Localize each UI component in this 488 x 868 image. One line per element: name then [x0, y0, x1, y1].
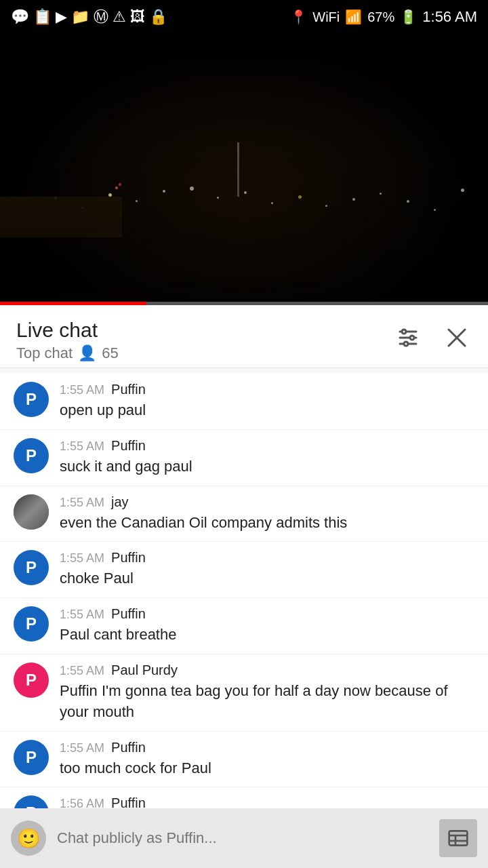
chat-message-4: P1:55 AMPuffinchoke Paul: [0, 542, 488, 598]
msg-time: 1:55 AM: [60, 741, 104, 755]
chat-message-1: P1:55 AMPuffinopen up paul: [0, 374, 488, 430]
chat-messages: P1:55 AMPuffinopen up paulP1:55 AMPuffin…: [0, 368, 488, 849]
chat-header: Live chat Top chat 👤 65: [0, 305, 488, 368]
msg-username: Puffin: [111, 606, 146, 622]
msg-time: 1:55 AM: [60, 439, 104, 454]
status-time: 1:56 AM: [422, 8, 477, 26]
viewer-count: 65: [102, 344, 118, 362]
msg-username: jay: [111, 494, 129, 510]
viewer-icon: 👤: [78, 344, 96, 362]
chat-input[interactable]: [57, 829, 428, 847]
video-progress-fill: [0, 302, 146, 305]
status-icons-right: 📍 WiFi 📶 67% 🔋 1:56 AM: [290, 8, 477, 26]
emoji-button[interactable]: 🙂: [11, 821, 46, 856]
live-chat-container: Live chat Top chat 👤 65: [0, 305, 488, 868]
msg-time: 1:55 AM: [60, 383, 104, 397]
live-chat-title: Live chat: [16, 319, 119, 342]
video-nightscape: [0, 34, 488, 305]
avatar: P: [14, 663, 49, 698]
emoji-icon: 🙂: [17, 827, 41, 850]
msg-text: choke Paul: [60, 568, 474, 589]
folder-icon: 📁: [71, 8, 89, 26]
msg-username: Puffin: [111, 550, 146, 566]
filter-button[interactable]: [393, 323, 423, 353]
msg-text: suck it and gag paul: [60, 456, 474, 477]
avatar: P: [14, 550, 49, 585]
msg-text: too much cock for Paul: [60, 758, 474, 779]
chat-message-2: P1:55 AMPuffinsuck it and gag paul: [0, 430, 488, 486]
chat-input-bar: 🙂: [0, 808, 488, 868]
msg-text: Paul cant breathe: [60, 625, 474, 646]
svg-point-5: [404, 342, 408, 346]
wifi-icon: WiFi: [312, 9, 340, 25]
msg-text: even the Canadian Oil company admits thi…: [60, 513, 474, 534]
chat-message-5: P1:55 AMPuffinPaul cant breathe: [0, 598, 488, 654]
avatar: [14, 494, 49, 530]
chat-message-6: P1:55 AMPaul PurdyPuffin I'm gonna tea b…: [0, 654, 488, 732]
msg-text: open up paul: [60, 400, 474, 421]
lock-icon: 🔒: [149, 8, 167, 26]
chat-icon: 📋: [33, 8, 52, 26]
location-icon: 📍: [290, 9, 307, 25]
svg-rect-8: [449, 831, 468, 845]
chat-header-sub[interactable]: Top chat 👤 65: [16, 344, 119, 362]
chat-header-right: [393, 319, 472, 353]
youtube-icon: ▶: [56, 8, 67, 26]
msg-username: Puffin: [111, 382, 146, 397]
msg-time: 1:55 AM: [60, 608, 104, 622]
svg-point-4: [410, 336, 414, 340]
battery-icon: 🔋: [400, 9, 417, 25]
warning-icon: ⚠: [113, 8, 126, 26]
close-button[interactable]: [442, 323, 472, 353]
message-icon: 💬: [11, 8, 29, 26]
battery-text: 67%: [367, 9, 394, 25]
chat-message-7: P1:55 AMPuffintoo much cock for Paul: [0, 732, 488, 788]
avatar: P: [14, 740, 49, 775]
msg-username: Paul Purdy: [111, 663, 178, 678]
chat-message-3: 1:55 AMjayeven the Canadian Oil company …: [0, 486, 488, 542]
msg-text: Puffin I'm gonna tea bag you for half a …: [60, 681, 474, 723]
avatar: P: [14, 606, 49, 642]
video-progress-bar[interactable]: [0, 302, 488, 305]
top-chat-label: Top chat: [16, 344, 73, 362]
msg-time: 1:55 AM: [60, 496, 104, 510]
image-icon: 🖼: [130, 8, 145, 26]
status-icons-left: 💬 📋 ▶ 📁 Ⓜ ⚠ 🖼 🔒: [11, 7, 167, 27]
msg-username: Puffin: [111, 438, 146, 454]
msg-username: Puffin: [111, 740, 146, 755]
superchat-button[interactable]: [439, 819, 477, 857]
svg-point-3: [402, 330, 406, 334]
msg-time: 1:55 AM: [60, 551, 104, 566]
msg-time: 1:55 AM: [60, 664, 104, 678]
avatar: P: [14, 382, 49, 417]
status-bar: 💬 📋 ▶ 📁 Ⓜ ⚠ 🖼 🔒 📍 WiFi 📶 67% 🔋 1:56 AM: [0, 0, 488, 34]
avatar: P: [14, 438, 49, 473]
chat-header-left: Live chat Top chat 👤 65: [16, 319, 119, 362]
mask-icon: Ⓜ: [94, 7, 108, 27]
video-player[interactable]: [0, 34, 488, 305]
dollar-icon: [447, 827, 469, 849]
signal-icon: 📶: [345, 9, 362, 25]
